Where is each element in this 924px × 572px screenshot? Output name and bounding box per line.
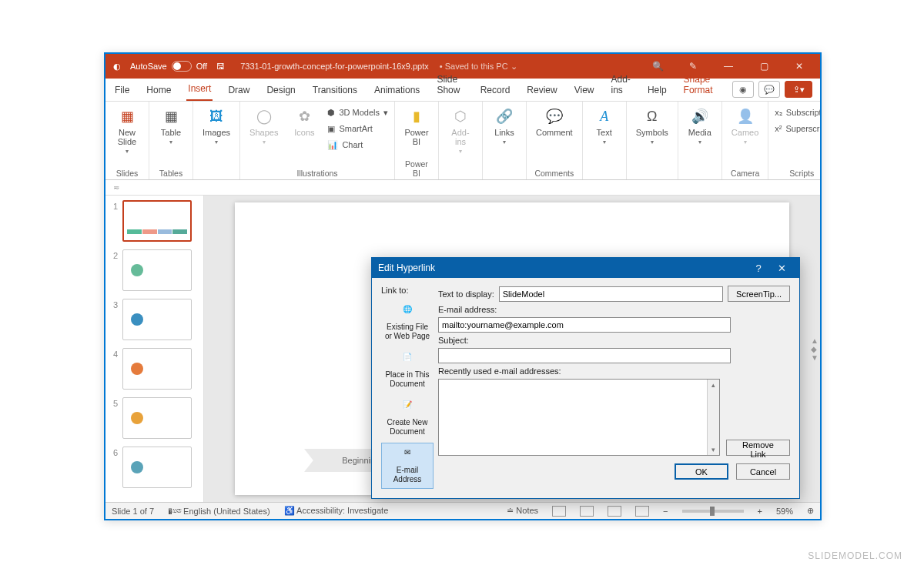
tab-slideshow[interactable]: Slide Show — [435, 69, 464, 101]
subscript-button[interactable]: x₂ Subscript — [775, 105, 820, 120]
dialog-close-icon[interactable]: ✕ — [770, 263, 793, 274]
tab-shape-format[interactable]: Shape Format — [682, 69, 718, 101]
shapes-button[interactable]: ◯Shapes▾ — [246, 105, 281, 147]
subject-input[interactable] — [438, 348, 731, 363]
thumbnail-4[interactable]: 4 — [110, 348, 203, 390]
canvas-scroll-arrows[interactable]: ▲◆▼ — [811, 336, 819, 362]
remove-link-button[interactable]: Remove Link — [726, 440, 790, 456]
text-to-display-input[interactable] — [499, 286, 723, 302]
links-icon: 🔗 — [494, 106, 514, 126]
zoom-slider[interactable] — [682, 510, 744, 513]
notes-button[interactable]: ≐ Notes — [507, 506, 538, 516]
zoom-in-icon[interactable]: + — [758, 507, 762, 516]
thumbnail-1[interactable]: 1 — [110, 200, 203, 242]
close-icon[interactable]: ✕ — [786, 54, 812, 79]
thumbnail-5[interactable]: 5 — [110, 397, 203, 439]
icons-button[interactable]: ✿Icons — [289, 105, 320, 139]
icons-icon: ✿ — [294, 106, 314, 126]
app-icon: ◐ — [113, 62, 121, 72]
tab-record[interactable]: Record — [479, 80, 512, 101]
thumbnail-3[interactable]: 3 — [110, 299, 203, 340]
linkto-create-new[interactable]: 📝Create New Document — [381, 395, 434, 441]
group-label-media-empty — [685, 176, 715, 178]
3d-models-button[interactable]: ⬢3D Models ▾ — [327, 105, 388, 120]
dialog-help-icon[interactable]: ? — [747, 263, 770, 274]
chart-button[interactable]: 📊Chart — [327, 137, 388, 152]
zoom-value[interactable]: 59% — [776, 507, 793, 516]
normal-view-icon[interactable] — [552, 506, 566, 517]
powerbi-icon: ▮ — [407, 106, 427, 126]
cancel-button[interactable]: Cancel — [736, 463, 790, 480]
thumbnail-6[interactable]: 6 — [110, 447, 203, 488]
ok-button[interactable]: OK — [675, 463, 728, 480]
recent-emails-list[interactable]: ▴▾ — [438, 379, 720, 456]
media-button[interactable]: 🔊Media▾ — [685, 105, 715, 147]
accessibility-status[interactable]: ♿ Accessibility: Investigate — [284, 506, 389, 516]
reading-view-icon[interactable] — [608, 506, 621, 517]
tab-design[interactable]: Design — [265, 80, 296, 101]
powerbi-button[interactable]: ▮Power BI — [401, 105, 432, 148]
new-document-icon: 📝 — [400, 400, 415, 416]
slideshow-view-icon[interactable] — [635, 506, 649, 517]
superscript-button[interactable]: x² Superscript — [775, 121, 820, 136]
links-button[interactable]: 🔗Links▾ — [489, 105, 520, 147]
comment-icon: 💬 — [544, 106, 564, 126]
document-title[interactable]: 7331-01-growth-concept-for-powerpoint-16… — [240, 62, 429, 71]
smartart-button[interactable]: ▣SmartArt — [327, 121, 388, 136]
autosave-state: Off — [196, 62, 207, 71]
thumbnail-2[interactable]: 2 — [110, 249, 203, 291]
email-address-input[interactable] — [438, 317, 731, 333]
group-label-symbols-empty — [633, 176, 671, 178]
save-icon[interactable]: 🖫 — [216, 62, 225, 71]
tab-draw[interactable]: Draw — [226, 80, 251, 101]
group-label-text-empty — [589, 176, 620, 178]
linkto-email-address[interactable]: ✉E-mail Address — [381, 443, 434, 489]
zoom-out-icon[interactable]: − — [663, 507, 668, 516]
linkto-existing-file[interactable]: 🌐Existing File or Web Page — [381, 299, 434, 346]
fit-to-window-icon[interactable]: ⊕ — [807, 506, 814, 516]
quick-access-row: ≂ — [105, 180, 820, 196]
powerpoint-window: ◐ AutoSave Off 🖫 7331-01-growth-concept-… — [104, 52, 822, 520]
record-button[interactable]: ◉ — [732, 81, 754, 98]
maximize-icon[interactable]: ▢ — [751, 54, 777, 79]
listbox-scrollbar[interactable]: ▴▾ — [707, 380, 719, 455]
language-status[interactable]: �᳇ English (United States) — [168, 507, 270, 516]
email-address-label: E-mail address: — [438, 305, 790, 314]
tab-help[interactable]: Help — [646, 80, 668, 101]
text-icon: A — [594, 106, 614, 126]
tab-review[interactable]: Review — [525, 80, 558, 101]
new-slide-icon: ▦ — [117, 106, 137, 126]
tab-insert[interactable]: Insert — [186, 79, 213, 101]
group-label-links-empty — [489, 176, 520, 178]
comment-button[interactable]: 💬Comment — [533, 105, 576, 139]
symbols-button[interactable]: ΩSymbols▾ — [633, 105, 671, 147]
tab-view[interactable]: View — [573, 80, 596, 101]
addins-button[interactable]: ⬡Add- ins▾ — [445, 105, 476, 156]
group-label-scripts: Scripts — [775, 167, 820, 178]
edit-hyperlink-dialog: Edit Hyperlink ? ✕ Link to: 🌐Existing Fi… — [371, 257, 800, 499]
slide-thumbnails: 1 2 3 4 5 6 — [105, 196, 204, 502]
tab-transitions[interactable]: Transitions — [311, 80, 359, 101]
screentip-button[interactable]: ScreenTip... — [728, 286, 790, 302]
tab-animations[interactable]: Animations — [373, 80, 421, 101]
new-slide-button[interactable]: ▦New Slide▾ — [112, 105, 142, 156]
images-button[interactable]: 🖼Images▾ — [199, 105, 233, 147]
toggle-icon[interactable] — [172, 61, 192, 72]
share-button[interactable]: ⇪▾ — [785, 81, 812, 98]
tab-file[interactable]: File — [113, 80, 131, 101]
tab-home[interactable]: Home — [145, 80, 172, 101]
minimize-icon[interactable]: — — [715, 54, 742, 79]
subject-label: Subject: — [438, 336, 790, 345]
comments-pane-button[interactable]: 💬 — [758, 81, 780, 98]
sorter-view-icon[interactable] — [580, 506, 594, 517]
slide-counter[interactable]: Slide 1 of 7 — [112, 507, 154, 516]
search-icon[interactable]: 🔍 — [644, 54, 671, 79]
tab-addins[interactable]: Add-ins — [610, 69, 632, 101]
dialog-titlebar[interactable]: Edit Hyperlink ? ✕ — [372, 258, 799, 278]
linkto-place-in-document[interactable]: 📄Place in This Document — [381, 347, 434, 393]
table-button[interactable]: ▦Table▾ — [156, 105, 186, 147]
autosave-toggle[interactable]: AutoSave Off — [130, 61, 207, 72]
cameo-button[interactable]: 👤Cameo▾ — [728, 105, 762, 147]
text-button[interactable]: AText▾ — [589, 105, 620, 147]
group-label-addins-empty — [445, 176, 476, 178]
